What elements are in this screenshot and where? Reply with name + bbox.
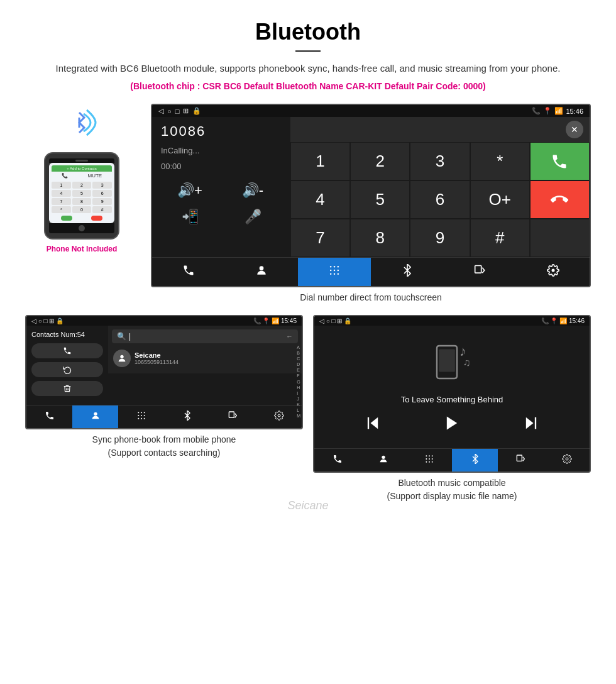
music-play-btn[interactable] xyxy=(443,414,461,436)
title-divider xyxy=(295,50,321,52)
ctb-settings-btn[interactable] xyxy=(256,405,302,428)
key-2[interactable]: 2 xyxy=(350,142,410,180)
dial-number: 10086 xyxy=(161,123,282,140)
contacts-caption-line1: Sync phone-book from mobile phone xyxy=(92,434,236,444)
key-8[interactable]: 8 xyxy=(350,219,410,257)
svg-point-5 xyxy=(334,270,336,272)
phone-screen-header: + Add to Contacts xyxy=(52,165,112,172)
tb-bluetooth-btn[interactable] xyxy=(371,258,444,286)
phone-not-included-label: Phone Not Included xyxy=(47,245,118,253)
mtb-contacts-btn[interactable] xyxy=(360,449,406,472)
contact-info: Seicane 10655059113144 xyxy=(135,351,179,365)
dial-caption: Dial number direct from touchscreen xyxy=(151,292,591,302)
music-time: 15:46 xyxy=(569,317,585,324)
search-bar[interactable]: 🔍 | ← xyxy=(112,329,298,343)
mtb-transfer-btn[interactable] xyxy=(498,449,544,472)
wifi-icon: 📶 xyxy=(554,107,563,115)
svg-rect-33 xyxy=(535,417,536,429)
key-0plus[interactable]: O+ xyxy=(470,180,530,219)
phone-container: + Add to Contacts 📞MUTE 123 456 789 *0# xyxy=(25,104,138,253)
backspace-btn[interactable]: ✕ xyxy=(566,121,583,138)
phone-mockup: + Add to Contacts 📞MUTE 123 456 789 *0# xyxy=(44,152,119,240)
ctb-phone-btn[interactable] xyxy=(26,405,72,428)
tb-transfer-btn[interactable] xyxy=(444,258,517,286)
music-title: To Leave Something Behind xyxy=(401,395,503,404)
music-status-left: ◁ ○ □ ⊞ 🔒 xyxy=(319,317,351,324)
ctb-transfer-btn[interactable] xyxy=(210,405,256,428)
key-9[interactable]: 9 xyxy=(410,219,470,257)
music-phone-status: 📞 📍 📶 xyxy=(541,317,569,324)
dial-numpad: ✕ 1 2 3 * 4 5 6 O+ xyxy=(290,117,590,257)
dial-controls: 🔊+ 🔊- 📲 🎤 xyxy=(161,180,282,228)
svg-point-43 xyxy=(431,461,432,463)
ctb-contacts-btn[interactable] xyxy=(72,405,118,428)
page-header: Bluetooth Integrated with BC6 Bluetooth … xyxy=(0,0,616,97)
music-next-btn[interactable] xyxy=(522,414,540,436)
key-4[interactable]: 4 xyxy=(290,180,350,219)
svg-point-36 xyxy=(429,455,430,456)
phone-keypad: 123 456 789 *0# xyxy=(52,182,112,213)
contacts-delete-btn[interactable] xyxy=(31,381,103,396)
mtb-settings-btn[interactable] xyxy=(544,449,590,472)
ctb-dialpad-btn[interactable] xyxy=(118,405,164,428)
contacts-back-icon: ◁ ○ □ xyxy=(31,317,48,324)
dial-left-panel: 10086 InCalling... 00:00 🔊+ 🔊- 📲 🎤 xyxy=(152,117,290,257)
contact-item: Seicane 10655059113144 xyxy=(112,347,298,370)
svg-marker-32 xyxy=(526,417,534,429)
mic-btn[interactable]: 🎤 xyxy=(224,206,282,228)
contacts-left-panel: Contacts Num:54 xyxy=(26,326,108,405)
svg-point-35 xyxy=(426,455,427,456)
transfer-btn[interactable]: 📲 xyxy=(161,206,219,228)
key-5[interactable]: 5 xyxy=(350,180,410,219)
ctb-bluetooth-btn[interactable] xyxy=(164,405,210,428)
music-status-right: 📞 📍 📶 15:46 xyxy=(541,317,585,324)
key-star[interactable]: * xyxy=(470,142,530,180)
mtb-bluetooth-btn[interactable] xyxy=(452,449,498,472)
contacts-call-btn[interactable] xyxy=(31,343,103,358)
key-empty xyxy=(530,219,590,257)
mtb-dialpad-btn[interactable] xyxy=(406,449,452,472)
svg-point-9 xyxy=(338,273,339,275)
music-back-icon: ◁ ○ □ xyxy=(319,317,336,324)
svg-point-37 xyxy=(431,455,432,456)
bottom-screenshots: ◁ ○ □ ⊞ 🔒 📞 📍 📶 15:45 Contacts Num:54 xyxy=(0,309,616,509)
key-hash[interactable]: # xyxy=(470,219,530,257)
svg-rect-44 xyxy=(517,455,522,461)
music-controls xyxy=(327,414,577,436)
location-icon: 📍 xyxy=(543,107,552,115)
contacts-sync-btn[interactable] xyxy=(31,362,103,377)
tb-contacts-btn[interactable] xyxy=(225,258,298,286)
volume-up-btn[interactable]: 🔊+ xyxy=(161,180,219,201)
dial-toolbar xyxy=(152,257,590,286)
svg-point-18 xyxy=(141,415,142,416)
tb-phone-btn[interactable] xyxy=(152,258,225,286)
main-content: + Add to Contacts 📞MUTE 123 456 789 *0# xyxy=(0,97,616,309)
key-6[interactable]: 6 xyxy=(410,180,470,219)
mtb-phone-btn[interactable] xyxy=(314,449,360,472)
volume-down-btn[interactable]: 🔊- xyxy=(224,180,282,201)
contacts-right-panel: 🔍 | ← Seicane xyxy=(108,326,302,373)
svg-point-40 xyxy=(431,458,432,460)
svg-marker-28 xyxy=(371,417,378,429)
contacts-toolbar xyxy=(26,405,302,428)
key-3[interactable]: 3 xyxy=(410,142,470,180)
tb-dialpad-btn[interactable] xyxy=(298,258,371,286)
contacts-count: Contacts Num:54 xyxy=(31,331,103,338)
tb-settings-btn[interactable] xyxy=(517,258,590,286)
svg-rect-25 xyxy=(439,350,455,372)
back-icon: ◁ xyxy=(158,107,163,115)
svg-point-17 xyxy=(138,415,139,416)
key-1[interactable]: 1 xyxy=(290,142,350,180)
contacts-caption: Sync phone-book from mobile phone (Suppo… xyxy=(25,433,303,460)
search-back-icon: ← xyxy=(286,333,293,340)
key-7[interactable]: 7 xyxy=(290,219,350,257)
svg-point-7 xyxy=(330,273,332,275)
contacts-status-right: 📞 📍 📶 15:45 xyxy=(253,317,297,324)
call-red-btn[interactable] xyxy=(530,180,590,219)
contacts-frame: ◁ ○ □ ⊞ 🔒 📞 📍 📶 15:45 Contacts Num:54 xyxy=(25,315,303,429)
svg-point-38 xyxy=(426,458,427,460)
svg-point-12 xyxy=(120,355,123,358)
call-timer: 00:00 xyxy=(161,162,282,171)
call-green-btn[interactable] xyxy=(530,142,590,180)
music-prev-btn[interactable] xyxy=(364,414,382,436)
